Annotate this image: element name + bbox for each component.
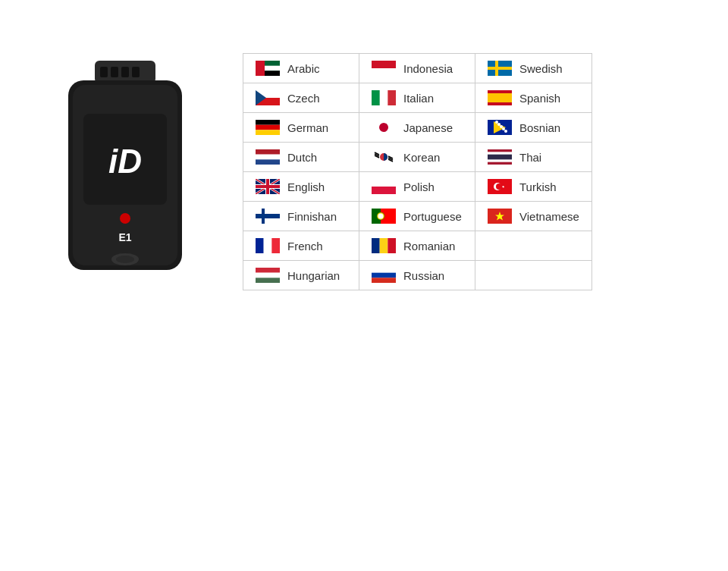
lang-cell-container: Dutch bbox=[256, 149, 347, 165]
language-name: Italian bbox=[403, 92, 434, 105]
svg-rect-4 bbox=[132, 67, 140, 77]
lang-cell-container: French bbox=[256, 238, 347, 253]
swedish-flag-icon bbox=[488, 61, 512, 76]
svg-rect-30 bbox=[488, 93, 512, 102]
language-cell: Vietnamese bbox=[475, 202, 592, 231]
language-name: Russian bbox=[403, 269, 444, 282]
language-name: Czech bbox=[287, 92, 320, 105]
language-cell: French bbox=[243, 231, 359, 261]
table-row: Finnishan Portuguese Vietnamese bbox=[243, 202, 592, 231]
table-row: Czech Italian Spanish bbox=[243, 83, 592, 113]
language-cell: Portuguese bbox=[359, 202, 475, 231]
device-image: iD E1 bbox=[38, 53, 212, 296]
svg-rect-92 bbox=[372, 278, 396, 283]
lang-cell-container: Finnishan bbox=[256, 209, 347, 224]
lang-cell-container: Turkish bbox=[488, 179, 579, 194]
svg-point-12 bbox=[116, 256, 134, 263]
svg-rect-44 bbox=[256, 155, 280, 160]
table-row: French Romanian bbox=[243, 231, 592, 261]
turkish-flag-icon bbox=[488, 179, 512, 194]
lang-cell-container: Korean bbox=[372, 149, 463, 165]
language-name: Spanish bbox=[519, 92, 560, 105]
table-row: Arabic Indonesia Swedish bbox=[243, 54, 592, 83]
svg-rect-89 bbox=[256, 278, 280, 283]
table-row: English Polish Turkish bbox=[243, 172, 592, 202]
arabic-flag-icon bbox=[256, 61, 280, 76]
lang-cell-container: German bbox=[256, 120, 347, 135]
svg-rect-82 bbox=[264, 238, 272, 253]
language-name: Bosnian bbox=[519, 121, 560, 134]
language-name: Swedish bbox=[519, 62, 563, 75]
language-table: Arabic Indonesia Swedish Czech Italian S… bbox=[243, 53, 592, 290]
table-row: Hungarian Russian bbox=[243, 261, 592, 290]
russian-flag-icon bbox=[372, 268, 396, 283]
svg-point-40 bbox=[500, 125, 503, 128]
lang-cell-container: Romanian bbox=[372, 238, 463, 253]
hungarian-flag-icon bbox=[256, 268, 280, 283]
svg-point-42 bbox=[504, 130, 507, 133]
svg-rect-2 bbox=[111, 67, 118, 77]
svg-rect-27 bbox=[372, 90, 380, 105]
language-name: Japanese bbox=[403, 121, 453, 134]
language-name: Arabic bbox=[287, 62, 320, 75]
language-cell bbox=[475, 261, 592, 290]
table-row: German Japanese Bosnian bbox=[243, 113, 592, 143]
language-cell: Thai bbox=[475, 143, 592, 172]
lang-cell-container: Vietnamese bbox=[488, 209, 579, 224]
lang-cell-container: Hungarian bbox=[256, 268, 347, 283]
language-cell: Spanish bbox=[475, 83, 592, 113]
language-cell: Swedish bbox=[475, 54, 592, 83]
portuguese-flag-icon bbox=[372, 209, 396, 224]
svg-text:iD: iD bbox=[108, 143, 142, 180]
svg-rect-86 bbox=[388, 238, 396, 253]
svg-rect-3 bbox=[121, 67, 129, 77]
language-name: German bbox=[287, 121, 328, 134]
language-table-container: Arabic Indonesia Swedish Czech Italian S… bbox=[243, 53, 592, 290]
svg-rect-91 bbox=[372, 273, 396, 278]
svg-point-9 bbox=[120, 213, 130, 224]
lang-cell-container: Portuguese bbox=[372, 209, 463, 224]
svg-point-70 bbox=[496, 184, 502, 190]
language-cell: German bbox=[243, 113, 359, 143]
language-name: Hungarian bbox=[287, 269, 340, 282]
svg-rect-90 bbox=[372, 268, 396, 273]
language-cell: Indonesia bbox=[359, 54, 475, 83]
language-cell: Finnishan bbox=[243, 202, 359, 231]
language-name: English bbox=[287, 180, 325, 193]
lang-cell-container: Indonesia bbox=[372, 61, 463, 76]
thai-flag-icon bbox=[488, 149, 512, 165]
japanese-flag-icon bbox=[372, 120, 396, 135]
svg-point-39 bbox=[497, 123, 500, 126]
korean-flag-icon bbox=[372, 149, 396, 165]
finnish-flag-icon bbox=[256, 209, 280, 224]
svg-rect-19 bbox=[372, 68, 396, 76]
language-name: Finnishan bbox=[287, 210, 337, 223]
language-name: Korean bbox=[403, 151, 440, 164]
svg-rect-28 bbox=[388, 90, 396, 105]
lang-cell-container: Japanese bbox=[372, 120, 463, 135]
italian-flag-icon bbox=[372, 90, 396, 105]
vietnamese-flag-icon bbox=[488, 209, 512, 224]
language-cell: Czech bbox=[243, 83, 359, 113]
svg-rect-87 bbox=[256, 268, 280, 273]
bosnian-flag-icon bbox=[488, 120, 512, 135]
language-name: Vietnamese bbox=[519, 210, 579, 223]
svg-rect-67 bbox=[372, 187, 396, 194]
svg-rect-56 bbox=[488, 155, 512, 160]
svg-rect-33 bbox=[256, 130, 280, 135]
language-cell: Turkish bbox=[475, 172, 592, 202]
svg-rect-32 bbox=[256, 125, 280, 130]
svg-point-35 bbox=[379, 123, 388, 132]
language-name: Thai bbox=[519, 151, 541, 164]
french-flag-icon bbox=[256, 238, 280, 253]
language-cell: Bosnian bbox=[475, 113, 592, 143]
svg-rect-66 bbox=[372, 179, 396, 187]
spanish-flag-icon bbox=[488, 90, 512, 105]
language-cell: Polish bbox=[359, 172, 475, 202]
language-cell: Japanese bbox=[359, 113, 475, 143]
language-name: Polish bbox=[403, 180, 435, 193]
language-name: Romanian bbox=[403, 240, 455, 253]
language-cell bbox=[475, 231, 592, 261]
svg-rect-18 bbox=[372, 61, 396, 68]
lang-cell-container: Arabic bbox=[256, 61, 347, 76]
